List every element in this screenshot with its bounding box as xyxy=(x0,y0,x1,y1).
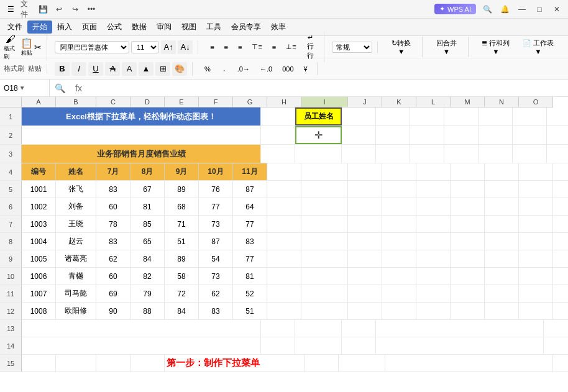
cell-M10[interactable] xyxy=(451,268,485,285)
cell-E15[interactable]: 第一步：制作下拉菜单 xyxy=(165,355,305,371)
cell-I15[interactable] xyxy=(339,355,385,371)
cell-H14[interactable] xyxy=(261,337,295,354)
cell-M1[interactable] xyxy=(444,107,479,125)
cell-I8[interactable] xyxy=(301,233,348,250)
paste-btn[interactable]: 📋 粘贴 xyxy=(21,37,33,57)
cell-M3[interactable] xyxy=(444,145,479,163)
thousands-btn[interactable]: 000 xyxy=(278,63,298,75)
worksheet-btn[interactable]: 📄 工作表▼ xyxy=(517,37,559,57)
cell-O5[interactable] xyxy=(519,181,553,198)
font-color-btn[interactable]: A xyxy=(122,62,137,76)
cell-H15[interactable] xyxy=(305,355,339,371)
font-size-selector[interactable]: 11 xyxy=(131,41,159,53)
cell-A13[interactable] xyxy=(22,320,261,337)
cell-I10[interactable] xyxy=(301,268,348,285)
cell-H6[interactable] xyxy=(267,198,301,215)
number-format-selector[interactable]: 常规 xyxy=(332,42,372,53)
menu-formula[interactable]: 公式 xyxy=(102,21,127,34)
cell-E9[interactable]: 89 xyxy=(165,250,199,267)
cell-B10[interactable]: 青樾 xyxy=(56,268,96,285)
cell-A7[interactable]: 1003 xyxy=(22,216,56,232)
cell-O1[interactable] xyxy=(513,107,547,125)
cell-B15[interactable] xyxy=(56,355,96,371)
cell-N6[interactable] xyxy=(485,198,519,215)
comma-btn[interactable]: ， xyxy=(216,62,232,75)
cell-E7[interactable]: 71 xyxy=(165,216,199,232)
cell-F6[interactable]: 77 xyxy=(199,198,233,215)
cell-B11[interactable]: 司马懿 xyxy=(56,285,96,302)
cell-I13[interactable] xyxy=(295,320,342,337)
menu-file[interactable]: 文件 xyxy=(2,21,27,34)
cell-B8[interactable]: 赵云 xyxy=(56,233,96,250)
cell-J1[interactable] xyxy=(342,107,376,125)
cell-G12[interactable]: 51 xyxy=(233,303,267,319)
cell-C6[interactable]: 60 xyxy=(96,198,131,215)
cell-E4[interactable]: 9月 xyxy=(165,163,199,180)
file-label[interactable]: 文件 xyxy=(21,3,33,16)
font-family-selector[interactable]: 阿里巴巴普惠体 xyxy=(55,41,129,53)
cell-H9[interactable] xyxy=(267,250,301,267)
cell-G7[interactable]: 77 xyxy=(233,216,267,232)
cell-I2[interactable]: ✛ xyxy=(295,126,342,144)
cell-F8[interactable]: 87 xyxy=(199,233,233,250)
cell-L8[interactable] xyxy=(416,233,451,250)
cell-D11[interactable]: 79 xyxy=(131,285,165,302)
wps-ai-button[interactable]: ✦WPS AI xyxy=(434,4,476,14)
cell-E10[interactable]: 58 xyxy=(165,268,199,285)
cell-J6[interactable] xyxy=(348,198,382,215)
cell-L11[interactable] xyxy=(416,285,451,302)
cell-J8[interactable] xyxy=(348,233,382,250)
cell-K4[interactable] xyxy=(382,163,416,180)
cell-H7[interactable] xyxy=(267,216,301,232)
underline-btn[interactable]: U xyxy=(88,62,103,76)
cell-J3[interactable] xyxy=(342,145,376,163)
cell-I12[interactable] xyxy=(301,303,348,319)
cell-A1[interactable]: Excel根据下拉菜单，轻松制作动态图表！ xyxy=(22,107,261,125)
cell-O12[interactable] xyxy=(519,303,553,319)
cell-N1[interactable] xyxy=(479,107,513,125)
menu-data[interactable]: 数据 xyxy=(127,21,152,34)
cell-N4[interactable] xyxy=(485,163,519,180)
decimal-dec-btn[interactable]: ←.0 xyxy=(255,63,277,75)
cell-H1[interactable] xyxy=(261,107,295,125)
cell-C15[interactable] xyxy=(96,355,131,371)
cell-G4[interactable]: 11月 xyxy=(233,163,267,180)
cell-B4[interactable]: 姓名 xyxy=(56,163,96,180)
cell-H10[interactable] xyxy=(267,268,301,285)
cell-K9[interactable] xyxy=(382,250,416,267)
cell-A6[interactable]: 1002 xyxy=(22,198,56,215)
cell-L1[interactable] xyxy=(410,107,444,125)
cell-I14[interactable] xyxy=(295,337,342,354)
cell-B12[interactable]: 欧阳修 xyxy=(56,303,96,319)
cell-H5[interactable] xyxy=(267,181,301,198)
menu-page[interactable]: 页面 xyxy=(77,21,102,34)
cell-J5[interactable] xyxy=(348,181,382,198)
decimal-inc-btn[interactable]: .0→ xyxy=(233,63,254,75)
cell-D15[interactable] xyxy=(131,355,165,371)
cell-O10[interactable] xyxy=(519,268,553,285)
currency-btn[interactable]: ¥ xyxy=(300,63,312,75)
cell-H3[interactable] xyxy=(261,145,295,163)
cell-J14[interactable] xyxy=(342,337,376,354)
cell-A2[interactable] xyxy=(22,126,261,144)
cell-B9[interactable]: 诸葛亮 xyxy=(56,250,96,267)
cell-A8[interactable]: 1004 xyxy=(22,233,56,250)
close-icon[interactable]: ✕ xyxy=(551,3,563,16)
cell-L6[interactable] xyxy=(416,198,451,215)
cell-L2[interactable] xyxy=(410,126,444,144)
cell-J7[interactable] xyxy=(348,216,382,232)
menu-insert[interactable]: 插入 xyxy=(52,21,77,34)
highlight-btn[interactable]: ▲ xyxy=(139,62,153,76)
cell-F11[interactable]: 62 xyxy=(199,285,233,302)
cell-A14[interactable] xyxy=(22,337,261,354)
align-center-btn[interactable]: ≡ xyxy=(220,42,232,53)
cell-C5[interactable]: 83 xyxy=(96,181,131,198)
notification-icon[interactable]: 🔔 xyxy=(498,3,511,16)
cell-L4[interactable] xyxy=(416,163,451,180)
cell-L9[interactable] xyxy=(416,250,451,267)
cell-K12[interactable] xyxy=(382,303,416,319)
cell-N9[interactable] xyxy=(485,250,519,267)
cell-N8[interactable] xyxy=(485,233,519,250)
wrap-text-btn[interactable]: ↵行行 xyxy=(302,32,319,62)
maximize-icon[interactable]: □ xyxy=(533,3,546,16)
